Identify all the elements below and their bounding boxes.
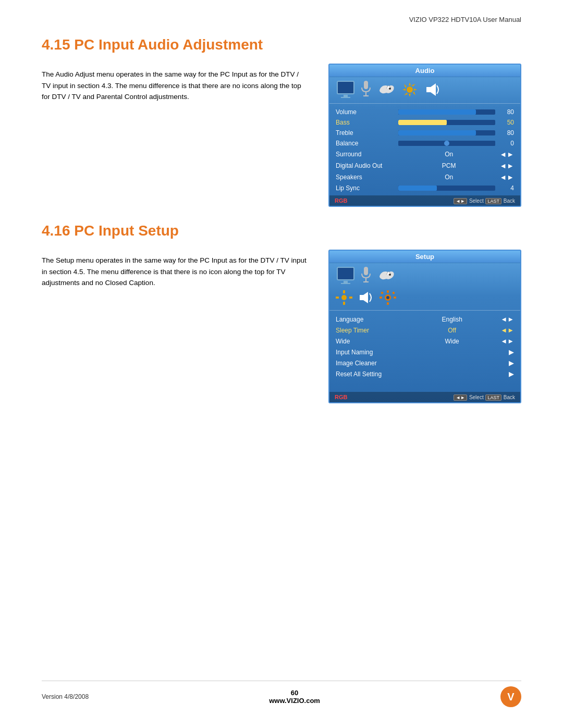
setup-menu-rows: Language English ◄► Sleep Timer Off ◄►: [329, 312, 520, 392]
vizio-logo: V: [500, 686, 521, 707]
row-label: Digital Audio Out: [336, 162, 398, 169]
row-value: 80: [498, 129, 514, 137]
footer-controls: ◄► Select LAST Back: [453, 394, 515, 400]
section-415: 4.15 PC Input Audio Adjustment The Audio…: [42, 36, 521, 207]
row-bar: [398, 141, 495, 146]
row-arrow: ◄►: [500, 326, 514, 334]
row-bar: [398, 186, 495, 191]
section-415-menu: Audio: [328, 64, 521, 207]
row-value: 4: [498, 184, 514, 192]
row-text-value: On: [398, 174, 499, 181]
section-415-title: 4.15 PC Input Audio Adjustment: [42, 36, 521, 53]
setup-menu-footer: RGB ◄► Select LAST Back: [329, 392, 520, 402]
svg-rect-24: [387, 290, 389, 293]
section-416-title: 4.16 PC Input Setup: [42, 223, 521, 239]
row-label: Bass: [336, 119, 398, 126]
svg-rect-0: [337, 81, 354, 94]
svg-rect-3: [364, 81, 368, 89]
row-label: Wide: [336, 338, 403, 345]
row-value: Wide: [403, 338, 500, 345]
last-key: LAST: [485, 198, 501, 204]
row-label: Volume: [336, 108, 398, 116]
svg-rect-26: [380, 297, 382, 299]
speaker-icon: [422, 80, 441, 99]
footer-version: Version 4/8/2008: [42, 693, 89, 700]
row-arrow: ▶: [504, 359, 514, 367]
table-row: Bass 50: [329, 117, 520, 128]
monitor-icon: [335, 266, 357, 285]
table-row: Balance 0: [329, 138, 520, 149]
row-text-value: PCM: [398, 162, 499, 169]
setup-menu-icons-row2: [329, 288, 520, 309]
footer-website: www.VIZIO.com: [269, 697, 320, 705]
table-row: Wide Wide ◄►: [329, 336, 520, 347]
svg-point-7: [407, 87, 413, 93]
svg-rect-17: [343, 290, 345, 293]
svg-point-15: [389, 274, 391, 276]
row-bar: [398, 120, 495, 125]
audio-menu-box: Audio: [328, 64, 521, 207]
row-arrow: ◄►: [500, 337, 514, 345]
row-label: Language: [336, 316, 403, 323]
row-value: 50: [498, 119, 514, 126]
row-arrow: ◄►: [499, 173, 514, 181]
table-row: Reset All Setting ▶: [329, 368, 520, 379]
row-arrow: ◄►: [499, 162, 514, 170]
mic-icon: [360, 80, 372, 99]
section-415-row: The Audio Adjust menu operates in the sa…: [42, 64, 521, 207]
last-key: LAST: [485, 394, 501, 401]
setup-menu-title: Setup: [329, 251, 520, 263]
audio-menu-rows: Volume 80 Bass 50: [329, 105, 520, 195]
row-value: 0: [498, 140, 514, 147]
svg-rect-2: [341, 97, 350, 98]
volume-icon: [357, 289, 375, 306]
row-text-value: On: [398, 151, 499, 158]
svg-point-23: [386, 296, 389, 299]
table-row: Sleep Timer Off ◄►: [329, 325, 520, 336]
section-416-row: The Setup menu operates in the same way …: [42, 250, 521, 403]
row-arrow: ◄►: [499, 150, 514, 158]
section-415-text: The Audio Adjust menu operates in the sa…: [42, 64, 308, 103]
svg-rect-27: [394, 297, 396, 299]
footer-rgb-label: RGB: [335, 198, 347, 204]
setup-menu-box: Setup: [328, 250, 521, 403]
monitor-icon: [335, 80, 357, 99]
svg-rect-25: [387, 302, 389, 305]
row-value: 80: [498, 108, 514, 116]
row-arrow: ◄►: [500, 315, 514, 323]
footer-controls: ◄► Select LAST Back: [453, 198, 515, 204]
row-label: Speakers: [336, 174, 398, 181]
row-value: English: [403, 316, 500, 323]
footer-rgb-label: RGB: [335, 394, 347, 400]
table-row: Speakers On ◄►: [329, 171, 520, 183]
table-row: Volume 80: [329, 107, 520, 117]
row-label: Balance: [336, 140, 398, 147]
page-header: VIZIO VP322 HDTV10A User Manual: [42, 16, 521, 26]
svg-rect-19: [336, 297, 339, 299]
mic-icon: [360, 266, 372, 285]
svg-rect-21: [360, 295, 363, 300]
svg-rect-29: [392, 291, 395, 294]
setup-menu-divider: [329, 310, 520, 311]
image-cleaner-label: Image Cleaner: [336, 360, 403, 367]
svg-rect-8: [426, 87, 431, 92]
table-row: Lip Sync 4: [329, 183, 520, 193]
audio-menu-title: Audio: [329, 65, 520, 77]
audio-menu-footer: RGB ◄► Select LAST Back: [329, 195, 520, 206]
row-value: Off: [403, 327, 500, 334]
row-arrow: ▶: [504, 370, 514, 378]
svg-point-6: [389, 88, 391, 90]
footer-page-number: 60: [291, 689, 298, 697]
audio-menu-divider: [329, 103, 520, 104]
svg-rect-1: [344, 95, 348, 97]
row-label: Sleep Timer: [336, 327, 403, 334]
svg-rect-28: [381, 291, 384, 294]
select-key: ◄►: [454, 198, 467, 204]
table-row: Treble 80: [329, 128, 520, 138]
section-416-menu: Setup: [328, 250, 521, 403]
settings-icon: [335, 289, 353, 306]
table-row: Language English ◄►: [329, 314, 520, 325]
svg-rect-18: [343, 302, 345, 305]
table-row: Input Naming ▶: [329, 347, 520, 357]
menu-spacer: [329, 379, 520, 390]
